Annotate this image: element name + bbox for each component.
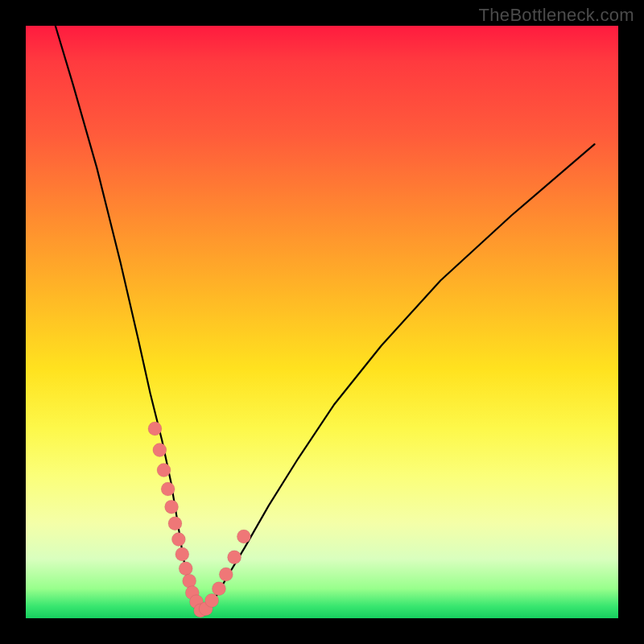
sample-dot <box>161 482 175 496</box>
sample-dot <box>228 551 242 564</box>
sample-dot <box>153 443 167 456</box>
sample-dot <box>171 533 185 547</box>
sample-dot <box>148 422 162 436</box>
sample-dot <box>168 517 182 530</box>
sample-dot <box>179 562 192 576</box>
watermark-text: TheBottleneck.com <box>479 5 634 26</box>
sample-dot <box>205 593 219 607</box>
sample-dot <box>175 547 189 561</box>
sample-dot <box>237 530 250 543</box>
sample-dot <box>219 568 233 581</box>
sample-dot <box>165 500 179 514</box>
sample-dot <box>157 464 171 477</box>
sample-dot <box>183 574 196 588</box>
plot-area <box>26 26 618 618</box>
sample-dot <box>212 582 225 596</box>
dots-layer <box>26 26 618 618</box>
chart-stage: TheBottleneck.com <box>0 0 644 644</box>
